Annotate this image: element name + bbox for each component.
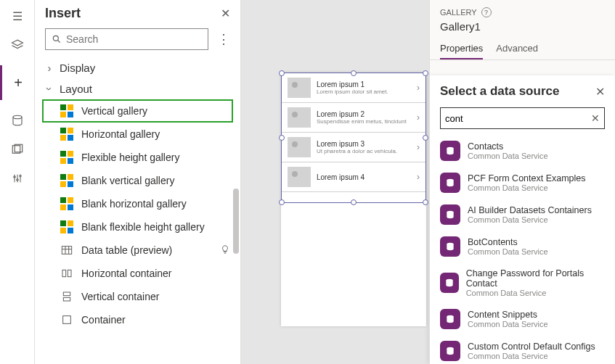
ds-name: PCF Form Context Examples [468, 173, 586, 183]
insert-tab[interactable]: + [0, 65, 35, 100]
row-title: Lorem ipsum 4 [317, 173, 411, 181]
data-icon[interactable] [9, 112, 26, 129]
category-layout[interactable]: › Layout [42, 78, 233, 99]
entity-icon [440, 341, 460, 361]
svg-rect-17 [68, 270, 71, 276]
insert-horizontal-container[interactable]: Horizontal container [42, 262, 233, 285]
ds-result[interactable]: AI Builder Datasets ContainersCommon Dat… [430, 199, 615, 231]
control-name: Gallery1 [430, 20, 615, 38]
chevron-right-icon: › [417, 83, 420, 93]
insert-horizontal-gallery[interactable]: Horizontal gallery [42, 123, 233, 146]
chevron-down-icon: › [44, 85, 56, 94]
insert-container[interactable]: Container [42, 308, 233, 331]
chevron-right-icon: › [417, 112, 420, 123]
ds-search-wrap[interactable]: ✕ [440, 107, 605, 129]
category-label: Display [60, 62, 95, 74]
ds-result[interactable]: BotContentsCommon Data Service [430, 231, 615, 262]
gallery-icon [60, 174, 74, 187]
ds-name: AI Builder Datasets Containers [468, 205, 592, 215]
ds-name: Content Snippets [468, 310, 548, 320]
insert-title: Insert [45, 6, 81, 21]
ds-search-input[interactable] [445, 113, 587, 124]
svg-rect-16 [62, 270, 66, 276]
help-icon[interactable]: ? [481, 7, 492, 17]
gallery-row[interactable]: Lorem ipsum 2Suspendisse enim metus, tin… [282, 103, 425, 133]
ds-result[interactable]: Content SnippetsCommon Data Service [430, 303, 615, 335]
search-icon [52, 34, 62, 44]
gallery-control[interactable]: Lorem ipsum 1Lorem ipsum dolor sit amet.… [281, 73, 426, 203]
category-display[interactable]: › Display [42, 57, 233, 78]
svg-line-11 [58, 41, 60, 43]
image-placeholder-icon [288, 107, 311, 128]
item-label: Vertical container [81, 291, 159, 302]
insert-tree: › Display › Layout Vertical gallery Hori… [35, 57, 240, 364]
close-icon[interactable]: ✕ [221, 7, 230, 20]
item-label: Vertical gallery [81, 105, 147, 117]
insert-flexible-height-gallery[interactable]: Flexible height gallery [42, 146, 233, 169]
container-icon [60, 313, 74, 326]
svg-marker-0 [12, 40, 23, 46]
insert-blank-flexible-height-gallery[interactable]: Blank flexible height gallery [42, 215, 233, 239]
item-label: Blank horizontal gallery [81, 198, 187, 210]
gallery-row[interactable]: Lorem ipsum 4 › [282, 162, 425, 192]
search-input-wrap[interactable] [45, 28, 208, 50]
ds-result[interactable]: ContactsCommon Data Service [430, 135, 615, 167]
search-input[interactable] [66, 33, 202, 45]
resize-handle[interactable] [423, 199, 428, 205]
resize-handle[interactable] [279, 70, 285, 76]
insert-blank-horizontal-gallery[interactable]: Blank horizontal gallery [42, 192, 233, 215]
category-label: Layout [60, 83, 92, 95]
resize-handle[interactable] [279, 135, 285, 141]
row-title: Lorem ipsum 2 [317, 110, 411, 118]
scrollbar[interactable] [230, 0, 240, 364]
ds-result[interactable]: PCF Form Context ExamplesCommon Data Ser… [430, 167, 615, 199]
insert-vertical-container[interactable]: Vertical container [42, 285, 233, 308]
item-label: Data table (preview) [81, 244, 172, 256]
ds-sub: Common Data Service [468, 215, 592, 224]
tab-advanced[interactable]: Advanced [496, 38, 538, 59]
insert-data-table[interactable]: Data table (preview) [42, 239, 233, 262]
ds-sub: Common Data Service [466, 289, 605, 297]
ds-result[interactable]: Change Password for Portals ContactCommo… [430, 262, 615, 303]
close-icon[interactable]: ✕ [595, 85, 605, 99]
resize-handle[interactable] [351, 70, 357, 76]
insert-blank-vertical-gallery[interactable]: Blank vertical gallery [42, 169, 233, 192]
entity-icon [440, 204, 460, 225]
insert-vertical-gallery[interactable]: Vertical gallery [42, 99, 233, 123]
resize-handle[interactable] [423, 135, 428, 141]
svg-rect-20 [63, 316, 71, 324]
resize-handle[interactable] [423, 70, 428, 76]
gallery-icon [60, 128, 74, 141]
row-sub: Ut pharetra a dolor ac vehicula. [317, 148, 411, 154]
ds-sub: Common Data Service [468, 152, 548, 160]
svg-point-1 [13, 115, 22, 119]
lightbulb-icon[interactable] [220, 244, 230, 257]
ds-name: Contacts [468, 141, 548, 152]
row-sub: Lorem ipsum dolor sit amet. [317, 88, 411, 95]
insert-panel: Insert ✕ ⋮ › Display › Layout Vertical g… [35, 0, 241, 364]
gallery-row[interactable]: Lorem ipsum 3Ut pharetra a dolor ac vehi… [282, 133, 425, 162]
ds-results: ContactsCommon Data Service PCF Form Con… [430, 135, 615, 364]
clear-icon[interactable]: ✕ [591, 112, 600, 124]
ds-name: Custom Control Default Configs [468, 342, 595, 352]
image-placeholder-icon [288, 78, 311, 98]
gallery-row[interactable]: Lorem ipsum 1Lorem ipsum dolor sit amet.… [282, 73, 425, 103]
svg-rect-19 [63, 297, 70, 301]
tab-properties[interactable]: Properties [440, 38, 483, 59]
media-icon[interactable] [9, 141, 26, 158]
resize-handle[interactable] [279, 199, 285, 205]
canvas[interactable]: Lorem ipsum 1Lorem ipsum dolor sit amet.… [241, 0, 429, 364]
svg-rect-18 [63, 292, 70, 296]
layers-icon[interactable] [9, 36, 26, 54]
chevron-right-icon: › [417, 142, 420, 152]
ds-sub: Common Data Service [468, 183, 586, 192]
image-placeholder-icon [288, 167, 311, 187]
screen-page[interactable]: Lorem ipsum 1Lorem ipsum dolor sit amet.… [281, 73, 426, 326]
resize-handle[interactable] [351, 199, 357, 205]
tools-icon[interactable] [9, 170, 26, 187]
item-label: Container [81, 314, 126, 326]
entity-icon [440, 309, 460, 329]
item-label: Horizontal gallery [81, 128, 160, 140]
hamburger-icon[interactable]: ☰ [9, 7, 26, 25]
ds-result[interactable]: Custom Control Default ConfigsCommon Dat… [430, 335, 615, 364]
